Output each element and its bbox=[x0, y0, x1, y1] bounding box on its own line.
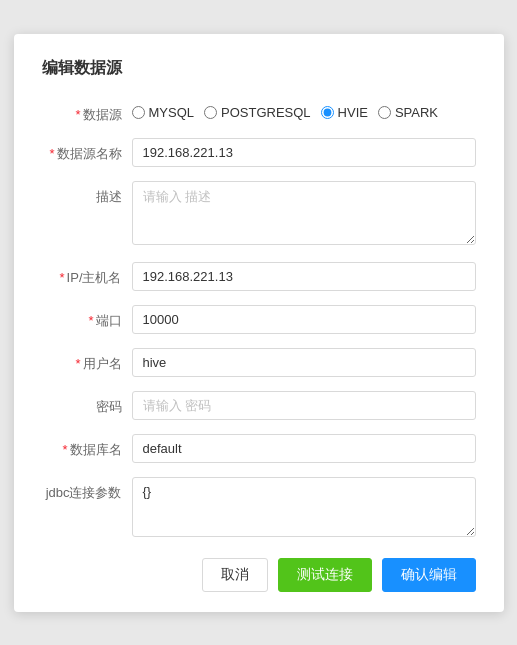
desc-textarea[interactable] bbox=[132, 181, 476, 245]
password-input[interactable] bbox=[132, 391, 476, 420]
jdbc-input-wrap bbox=[132, 477, 476, 540]
radio-hvie-label: HVIE bbox=[338, 105, 368, 120]
dbname-input-wrap bbox=[132, 434, 476, 463]
dbname-input[interactable] bbox=[132, 434, 476, 463]
desc-row: 描述 bbox=[42, 181, 476, 248]
ip-label: *IP/主机名 bbox=[42, 262, 132, 287]
password-row: 密码 bbox=[42, 391, 476, 420]
radio-hvie[interactable]: HVIE bbox=[321, 105, 368, 120]
modal-footer: 取消 测试连接 确认编辑 bbox=[42, 558, 476, 592]
datasource-radio-group: MYSQL POSTGRESQL HVIE SPARK bbox=[132, 99, 476, 120]
radio-postgresql-label: POSTGRESQL bbox=[221, 105, 311, 120]
cancel-button[interactable]: 取消 bbox=[202, 558, 268, 592]
username-input-wrap bbox=[132, 348, 476, 377]
name-label: *数据源名称 bbox=[42, 138, 132, 163]
radio-mysql-label: MYSQL bbox=[149, 105, 195, 120]
radio-mysql[interactable]: MYSQL bbox=[132, 105, 195, 120]
name-input-wrap bbox=[132, 138, 476, 167]
datasource-label: *数据源 bbox=[42, 99, 132, 124]
radio-postgresql[interactable]: POSTGRESQL bbox=[204, 105, 311, 120]
ip-input[interactable] bbox=[132, 262, 476, 291]
edit-datasource-modal: 编辑数据源 *数据源 MYSQL POSTGRESQL HVIE SPARK bbox=[14, 34, 504, 612]
dbname-row: *数据库名 bbox=[42, 434, 476, 463]
ip-row: *IP/主机名 bbox=[42, 262, 476, 291]
jdbc-row: jdbc连接参数 bbox=[42, 477, 476, 540]
radio-spark[interactable]: SPARK bbox=[378, 105, 438, 120]
port-row: *端口 bbox=[42, 305, 476, 334]
password-input-wrap bbox=[132, 391, 476, 420]
radio-spark-label: SPARK bbox=[395, 105, 438, 120]
password-label: 密码 bbox=[42, 391, 132, 416]
desc-label: 描述 bbox=[42, 181, 132, 206]
name-input[interactable] bbox=[132, 138, 476, 167]
port-input[interactable] bbox=[132, 305, 476, 334]
jdbc-label: jdbc连接参数 bbox=[42, 477, 132, 502]
test-connection-button[interactable]: 测试连接 bbox=[278, 558, 372, 592]
username-label: *用户名 bbox=[42, 348, 132, 373]
confirm-edit-button[interactable]: 确认编辑 bbox=[382, 558, 476, 592]
datasource-required: * bbox=[75, 107, 80, 122]
port-label: *端口 bbox=[42, 305, 132, 330]
name-row: *数据源名称 bbox=[42, 138, 476, 167]
datasource-row: *数据源 MYSQL POSTGRESQL HVIE SPARK bbox=[42, 99, 476, 124]
ip-input-wrap bbox=[132, 262, 476, 291]
dbname-label: *数据库名 bbox=[42, 434, 132, 459]
jdbc-textarea[interactable] bbox=[132, 477, 476, 537]
modal-title: 编辑数据源 bbox=[42, 58, 476, 79]
port-input-wrap bbox=[132, 305, 476, 334]
username-row: *用户名 bbox=[42, 348, 476, 377]
desc-input-wrap bbox=[132, 181, 476, 248]
username-input[interactable] bbox=[132, 348, 476, 377]
